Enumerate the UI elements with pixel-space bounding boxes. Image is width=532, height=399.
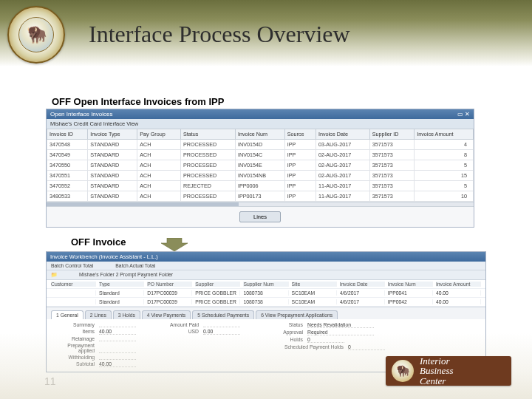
- col-header: Pay Group: [137, 129, 181, 140]
- col-header: Invoice ID: [47, 129, 88, 140]
- folder-label: Mishae's Folder 2 Prompt Payment Folder: [79, 272, 173, 278]
- tab[interactable]: 5 Scheduled Payments: [192, 310, 254, 319]
- badge-line1: Interior: [420, 356, 454, 366]
- open-interface-panel: Open Interface Invoices ▭ ✕ Mishae's Cre…: [46, 109, 474, 228]
- col-header: Invoice Num: [236, 129, 285, 140]
- ibc-badge: 🦬 Interior Business Center: [386, 356, 511, 386]
- tab[interactable]: 4 View Payments: [142, 310, 191, 319]
- tab[interactable]: 1 General: [51, 310, 83, 319]
- invoice-workbench-panel: Invoice Workbench (Invoice Assistant - L…: [46, 251, 486, 372]
- col-header: Invoice Date: [316, 129, 369, 140]
- panel1-scrollbar[interactable]: [47, 202, 474, 206]
- table-row[interactable]: 3470552STANDARDACHREJECTEDIPP0006IPP11-A…: [47, 181, 474, 191]
- batch-control-label: Batch Control Total: [51, 263, 93, 268]
- department-seal: 🦬: [7, 6, 65, 64]
- col-header: Invoice Amount: [415, 129, 474, 140]
- col-header: Invoice Type: [88, 129, 137, 140]
- col-header: Type: [99, 282, 144, 287]
- workbench-tabs: 1 General2 Lines3 Holds4 View Payments5 …: [47, 307, 485, 319]
- badge-line2: Business: [420, 366, 454, 376]
- panel1-window-title: Open Interface Invoices ▭ ✕: [47, 109, 474, 119]
- col-header: Status: [181, 129, 236, 140]
- panel1-title-text: Open Interface Invoices: [50, 111, 113, 117]
- tab[interactable]: 6 View Prepayment Applications: [256, 310, 338, 319]
- panel2-window-title: Invoice Workbench (Invoice Assistant - L…: [47, 252, 485, 262]
- table-row[interactable]: 3470550STANDARDACHPROCESSEDINV0154EIPP02…: [47, 160, 474, 171]
- lines-button[interactable]: Lines: [239, 211, 281, 222]
- section-label-invoice: OFF Invoice: [71, 236, 126, 248]
- bison-icon: 🦬: [392, 360, 414, 382]
- col-header: Supplier ID: [369, 129, 414, 140]
- col-header: Site: [292, 282, 337, 287]
- col-header: Invoice Date: [340, 282, 385, 287]
- section-label-ipp: OFF Open Interface Invoices from IPP: [52, 96, 224, 107]
- svg-marker-0: [161, 238, 188, 251]
- table-row[interactable]: 3470548STANDARDACHPROCESSEDINV0154DIPP03…: [47, 140, 474, 150]
- col-header: Invoice Amount: [436, 282, 481, 287]
- interface-invoice-table: Invoice IDInvoice TypePay GroupStatusInv…: [47, 129, 474, 202]
- col-header: Customer: [51, 282, 96, 287]
- col-header: Supplier: [195, 282, 240, 287]
- batch-bar: Batch Control Total Batch Actual Total: [47, 262, 485, 270]
- table-row[interactable]: StandardD17PC00039PRICE GOBBLER1080738SC…: [47, 298, 485, 307]
- col-header: Source: [284, 129, 316, 140]
- col-header: PO Number: [147, 282, 192, 287]
- table-row[interactable]: 3470549STANDARDACHPROCESSEDINV0154CIPP02…: [47, 150, 474, 160]
- bison-icon: 🦬: [18, 17, 54, 52]
- tab[interactable]: 2 Lines: [85, 310, 112, 319]
- folder-bar: 📁 Mishae's Folder 2 Prompt Payment Folde…: [47, 270, 485, 280]
- page-title: Interface Process Overview: [89, 21, 350, 48]
- tab[interactable]: 3 Holds: [113, 310, 140, 319]
- table-row[interactable]: StandardD17PC00039PRICE GOBBLER1080738SC…: [47, 289, 485, 298]
- batch-actual-label: Batch Actual Total: [115, 263, 155, 268]
- col-header: Supplier Num: [243, 282, 288, 287]
- flow-arrow-icon: [161, 238, 188, 251]
- workbench-header-row: CustomerTypePO NumberSupplierSupplier Nu…: [47, 280, 485, 289]
- panel1-list-title: Mishae's Credit Card Interface View: [47, 119, 474, 129]
- panel1-window-controls[interactable]: ▭ ✕: [457, 111, 470, 117]
- table-row[interactable]: 3480533STANDARDACHPROCESSEDIPP00173IPP11…: [47, 191, 474, 202]
- page-number: 11: [44, 375, 56, 387]
- table-row[interactable]: 3470551STANDARDACHPROCESSEDINV0154NBIPP0…: [47, 171, 474, 181]
- badge-line3: Center: [420, 376, 454, 386]
- col-header: Invoice Num: [388, 282, 433, 287]
